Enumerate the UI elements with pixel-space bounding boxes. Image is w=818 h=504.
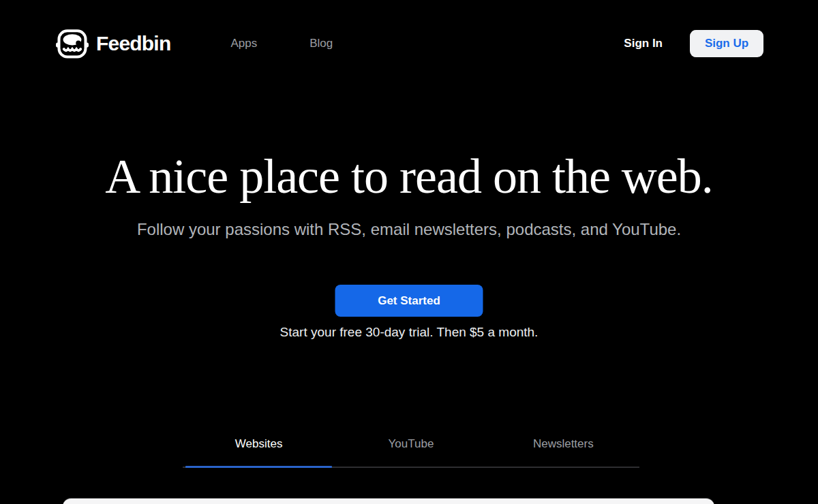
- nav-link-blog[interactable]: Blog: [309, 37, 333, 50]
- tab-websites-label: Websites: [235, 437, 283, 450]
- tab-newsletters[interactable]: Newsletters: [487, 437, 639, 467]
- get-started-button[interactable]: Get Started: [335, 285, 483, 317]
- feature-tabs: Websites YouTube Newsletters: [183, 437, 639, 468]
- tab-youtube[interactable]: YouTube: [335, 437, 487, 467]
- trial-note: Start your free 30-day trial. Then $5 a …: [0, 325, 818, 340]
- sign-in-link[interactable]: Sign In: [624, 37, 663, 50]
- brand-name: Feedbin: [96, 32, 170, 55]
- sign-up-button[interactable]: Sign Up: [690, 30, 763, 57]
- preview-panel: [63, 499, 714, 504]
- site-header: Feedbin Apps Blog Sign In Sign Up: [0, 0, 818, 87]
- main-nav: Apps Blog: [230, 37, 333, 50]
- feedbin-hamburger-icon: [55, 26, 90, 61]
- tab-websites[interactable]: Websites: [183, 437, 335, 467]
- hero-headline: A nice place to read on the web.: [0, 148, 818, 205]
- active-tab-indicator: [185, 466, 332, 468]
- tab-newsletters-label: Newsletters: [533, 437, 594, 450]
- brand-logo[interactable]: Feedbin: [55, 26, 170, 61]
- hero-subtitle: Follow your passions with RSS, email new…: [0, 220, 818, 239]
- tab-youtube-label: YouTube: [389, 437, 434, 450]
- nav-link-apps[interactable]: Apps: [230, 37, 257, 50]
